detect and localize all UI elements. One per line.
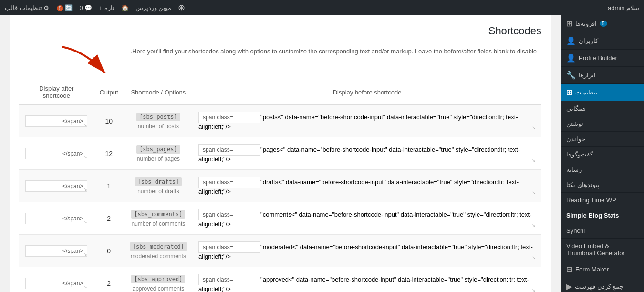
after-shortcode-input[interactable] [25, 148, 87, 159]
sidebar-item-settings[interactable]: تنظیمات ⊞ [561, 84, 644, 101]
general-label: همگانی [566, 105, 586, 112]
table-header: Display after shortcode Output Shortcode… [19, 80, 541, 104]
red-arrow-icon [48, 42, 124, 80]
page-title: Shortcodes [19, 25, 541, 37]
input-resize-icon-before: ↘ [532, 158, 536, 163]
dashboard-link[interactable]: 🏠 [121, 4, 129, 11]
theme-settings-link[interactable]: ⚙ تنظیمات قالب [5, 4, 49, 11]
input-resize-icon: ↘ [83, 187, 87, 192]
sidebar-item-permalinks[interactable]: پیوندهای یکتا [561, 177, 644, 193]
after-shortcode-input[interactable] [25, 245, 87, 257]
shortcode-description: approved comments [130, 285, 187, 292]
header-output: Output [94, 80, 124, 104]
before-input-wrapper: "comments<" data-name="before-shortcode-… [198, 209, 536, 228]
before-input-wrapper: "moderated<" data-name="before-shortcode… [198, 241, 536, 260]
sidebar-item-media[interactable]: رسانه [561, 162, 644, 177]
comments-count: 0 [79, 4, 83, 11]
header-display-after: Display after shortcode [19, 80, 94, 104]
after-input-wrapper: ↘ [25, 213, 87, 224]
after-shortcode-input[interactable] [25, 180, 87, 192]
table-row: ↘ 0 [sbs_moderated] moderated comments "… [19, 235, 541, 267]
site-name-link[interactable]: میهن وردپرس [135, 4, 172, 11]
shortcode-description: number of posts [130, 123, 187, 130]
cell-display-after: ↘ [19, 235, 94, 267]
before-input-wrapper: "pages<" data-name="before-shortcode-inp… [198, 144, 536, 163]
input-resize-icon: ↘ [83, 284, 87, 289]
table-row: ↘ 10 [sbs_posts] number of posts "posts<… [19, 104, 541, 137]
cell-display-before: "moderated<" data-name="before-shortcode… [193, 235, 541, 267]
bar-right: سلام admin [608, 4, 639, 11]
sidebar-item-form-maker[interactable]: Form Maker ⊟ [561, 261, 644, 278]
plugins-icon: ⊞ [566, 19, 572, 28]
sidebar-item-simple-blog-stats[interactable]: Simple Blog Stats [561, 208, 644, 223]
sidebar-item-reading-time[interactable]: Reading Time WP [561, 193, 644, 208]
after-input-wrapper: ↘ [25, 180, 87, 192]
tools-icon: 🔧 [566, 71, 576, 80]
input-resize-icon-before: ↘ [532, 255, 536, 260]
comments-settings-label: گفت‌وگوها [566, 151, 593, 158]
output-value: 2 [107, 280, 111, 287]
toc-label: جمع کردن فهرست [575, 283, 623, 290]
sidebar-item-plugins[interactable]: 5 افزونه‌ها ⊞ [561, 15, 644, 32]
after-input-wrapper: ↘ [25, 115, 87, 127]
sidebar-menu: 5 افزونه‌ها ⊞ کاربران 👤 Profile Builder … [561, 15, 644, 292]
sidebar-item-writing[interactable]: نوشتن [561, 116, 644, 132]
table-body: ↘ 10 [sbs_posts] number of posts "posts<… [19, 104, 541, 292]
wp-logo-icon[interactable]: ⊛ [178, 2, 185, 13]
video-embed-label: Video Embed & Thumbnail Generator [566, 242, 638, 257]
input-resize-icon: ↘ [83, 155, 87, 159]
bar-left: ⊛ میهن وردپرس 🏠 تازه + 💬 0 🔄 5 ⚙ تنظیمات… [5, 2, 185, 13]
sidebar: 5 افزونه‌ها ⊞ کاربران 👤 Profile Builder … [561, 15, 644, 292]
description-area: Here you'll find your shortcodes along w… [19, 42, 541, 75]
input-resize-icon-before: ↘ [532, 288, 536, 292]
updates-badge: 5 [57, 5, 63, 11]
sidebar-item-reading[interactable]: خواندن [561, 132, 644, 147]
plugins-label: افزونه‌ها [575, 20, 597, 27]
input-resize-icon: ↘ [83, 252, 87, 257]
updates-link[interactable]: 🔄 5 [56, 4, 73, 11]
after-shortcode-input[interactable] [25, 213, 87, 224]
input-resize-icon-before: ↘ [532, 190, 536, 195]
sidebar-item-comments[interactable]: گفت‌وگوها [561, 147, 644, 162]
reading-time-label: Reading Time WP [566, 197, 616, 204]
cell-shortcode: [sbs_approved] approved comments [124, 267, 193, 292]
table-row: ↘ 12 [sbs_pages] number of pages "pages<… [19, 137, 541, 170]
settings-label: تنظیمات [575, 89, 598, 96]
comments-link[interactable]: 💬 0 [79, 4, 92, 11]
sidebar-item-profile-builder[interactable]: Profile Builder 👤 [561, 50, 644, 67]
toc-icon: ▶ [566, 282, 572, 291]
new-content-link[interactable]: تازه + [99, 4, 114, 11]
table-row: ↘ 2 [sbs_approved] approved comments "ap… [19, 267, 541, 292]
sidebar-item-toc[interactable]: جمع کردن فهرست ▶ [561, 278, 644, 292]
user-greeting[interactable]: سلام admin [608, 4, 639, 11]
writing-label: نوشتن [566, 120, 583, 127]
cell-display-after: ↘ [19, 170, 94, 202]
input-resize-icon: ↘ [83, 122, 87, 127]
cell-display-after: ↘ [19, 267, 94, 292]
sidebar-item-users[interactable]: کاربران 👤 [561, 32, 644, 50]
header-shortcode-options: Shortcode / Options [124, 80, 193, 104]
tools-label: ابزارها [579, 72, 596, 79]
form-maker-label: Form Maker [575, 266, 609, 273]
cell-display-before: "posts<" data-name="before-shortcode-inp… [193, 104, 541, 137]
cell-shortcode: [sbs_drafts] number of drafts [124, 170, 193, 202]
cell-output: 2 [94, 267, 124, 292]
sidebar-item-synchi[interactable]: Synchi [561, 223, 644, 239]
shortcode-description: number of pages [130, 156, 187, 162]
after-input-wrapper: ↘ [25, 278, 87, 289]
after-shortcode-input[interactable] [25, 278, 87, 289]
sidebar-item-video-embed[interactable]: Video Embed & Thumbnail Generator [561, 239, 644, 261]
users-icon: 👤 [566, 36, 576, 45]
profile-builder-icon: 👤 [566, 53, 576, 63]
cell-output: 2 [94, 202, 124, 235]
sidebar-item-general[interactable]: همگانی [561, 101, 644, 116]
after-shortcode-input[interactable] [25, 115, 87, 127]
cell-shortcode: [sbs_moderated] moderated comments [124, 235, 193, 267]
table-header-row: Display after shortcode Output Shortcode… [19, 80, 541, 104]
cell-output: 1 [94, 170, 124, 202]
input-resize-icon-before: ↘ [532, 223, 536, 228]
sidebar-item-tools[interactable]: ابزارها 🔧 [561, 67, 644, 84]
cell-shortcode: [sbs_pages] number of pages [124, 137, 193, 170]
table-row: ↘ 2 [sbs_comments] number of comments "c… [19, 202, 541, 235]
cell-display-after: ↘ [19, 202, 94, 235]
